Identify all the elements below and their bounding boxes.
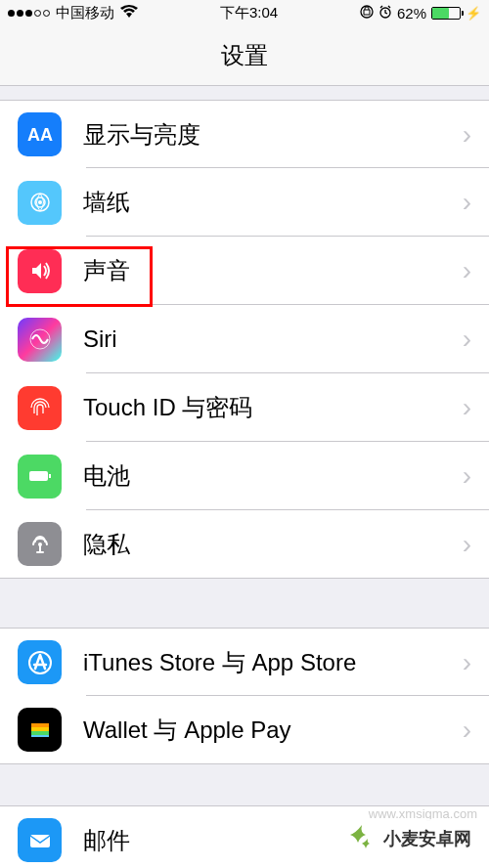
chevron-right-icon: ›	[463, 324, 471, 355]
chevron-right-icon: ›	[463, 529, 471, 560]
battery-icon	[431, 7, 461, 20]
row-label: Touch ID 与密码	[83, 392, 463, 423]
status-time: 下午3:04	[220, 4, 278, 22]
status-right: 62% ⚡	[360, 5, 481, 22]
chevron-right-icon: ›	[463, 647, 471, 678]
battery-icon	[18, 455, 62, 499]
battery-percent: 62%	[397, 5, 426, 22]
signal-strength-icon	[8, 10, 50, 17]
sounds-icon	[18, 249, 62, 293]
alarm-icon	[378, 5, 392, 22]
chevron-right-icon: ›	[463, 715, 471, 746]
row-label: Siri	[83, 326, 463, 353]
nav-bar: 设置	[0, 25, 489, 86]
display-brightness-icon: AA	[18, 112, 62, 156]
row-display-brightness[interactable]: AA 显示与亮度 ›	[0, 100, 489, 168]
row-sounds[interactable]: 声音 ›	[0, 237, 489, 305]
status-left: 中国移动	[8, 4, 138, 22]
row-label: 隐私	[83, 529, 463, 560]
settings-list: AA 显示与亮度 › 墙纸 › 声音 › Siri › Touch ID 与密码…	[0, 86, 489, 868]
siri-icon	[18, 318, 62, 362]
svg-point-9	[38, 542, 42, 546]
footer-watermark: 小麦安卓网	[338, 819, 479, 858]
row-label: 显示与亮度	[83, 119, 463, 151]
orientation-lock-icon	[360, 5, 374, 22]
svg-rect-14	[31, 731, 49, 735]
row-battery[interactable]: 电池 ›	[0, 442, 489, 510]
row-label: iTunes Store 与 App Store	[83, 647, 463, 678]
wifi-icon	[120, 5, 138, 22]
wallpaper-icon	[18, 181, 62, 225]
row-label: 墙纸	[83, 187, 463, 218]
svg-rect-13	[31, 727, 49, 731]
status-bar: 中国移动 下午3:04 62% ⚡	[0, 0, 489, 25]
mail-icon	[18, 818, 62, 862]
charging-icon: ⚡	[466, 6, 481, 21]
appstore-icon	[18, 640, 62, 684]
battery-fill	[432, 8, 449, 19]
footer-text: 小麦安卓网	[383, 827, 471, 850]
row-privacy[interactable]: 隐私 ›	[0, 510, 489, 579]
touchid-icon	[18, 386, 62, 430]
chevron-right-icon: ›	[463, 255, 471, 286]
svg-rect-12	[31, 723, 49, 727]
svg-rect-7	[29, 471, 48, 481]
row-wallet-applepay[interactable]: Wallet 与 Apple Pay ›	[0, 696, 489, 764]
privacy-icon	[18, 522, 62, 566]
row-itunes-appstore[interactable]: iTunes Store 与 App Store ›	[0, 628, 489, 696]
row-siri[interactable]: Siri ›	[0, 305, 489, 373]
svg-text:AA: AA	[27, 125, 53, 145]
chevron-right-icon: ›	[463, 392, 471, 423]
row-label: 电池	[83, 460, 463, 492]
wallet-icon	[18, 708, 62, 752]
page-title: 设置	[221, 40, 268, 71]
svg-point-0	[361, 6, 373, 18]
row-wallpaper[interactable]: 墙纸 ›	[0, 168, 489, 237]
chevron-right-icon: ›	[463, 119, 471, 151]
svg-rect-8	[49, 474, 51, 478]
svg-rect-15	[31, 735, 49, 737]
row-label: 声音	[83, 255, 463, 286]
row-label: Wallet 与 Apple Pay	[83, 715, 463, 746]
svg-point-5	[38, 200, 42, 204]
row-touchid[interactable]: Touch ID 与密码 ›	[0, 373, 489, 442]
chevron-right-icon: ›	[463, 460, 471, 492]
carrier-label: 中国移动	[56, 4, 114, 22]
svg-rect-16	[30, 835, 50, 847]
chevron-right-icon: ›	[463, 187, 471, 218]
